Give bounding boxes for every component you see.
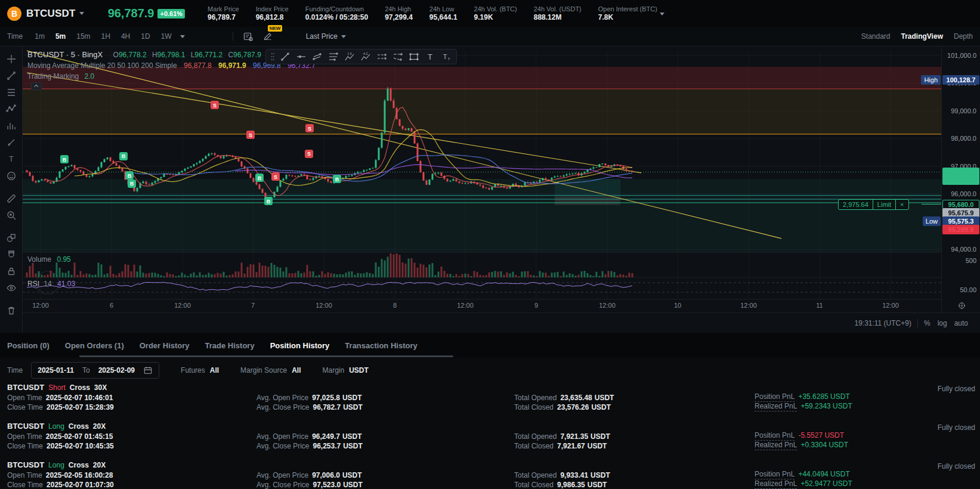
- stat-label: Open Interest (BTC): [598, 5, 657, 13]
- symbol-dropdown-caret-icon[interactable]: [79, 12, 84, 15]
- multi-line-tool-icon[interactable]: [325, 50, 341, 63]
- emoji-icon[interactable]: [4, 168, 19, 184]
- interval-button[interactable]: 1D: [137, 30, 153, 42]
- view-switch-item[interactable]: Standard: [861, 32, 891, 41]
- shapes-icon[interactable]: [4, 230, 19, 246]
- horizontal-ray-tool-icon[interactable]: [293, 50, 309, 63]
- svg-text:S: S: [308, 126, 311, 132]
- lock-icon[interactable]: [4, 264, 19, 279]
- toolbar-drag-handle[interactable]: [268, 52, 277, 61]
- elliott-impulse-tool-icon[interactable]: 1 5: [341, 50, 357, 63]
- stat-label: 24h Vol. (USDT): [534, 5, 582, 13]
- text-tool-icon[interactable]: T: [422, 50, 438, 63]
- date-from[interactable]: 2025-01-11: [38, 366, 74, 375]
- interval-button[interactable]: 1H: [98, 30, 114, 42]
- chart-canvas[interactable]: BBBBSSSSSBBB BTCUSDT · 5 · BingX O96,778…: [23, 47, 941, 312]
- stats-more-caret-icon[interactable]: [660, 13, 664, 16]
- view-switch-item[interactable]: TradingView: [901, 32, 943, 41]
- interval-button[interactable]: 4H: [118, 30, 134, 42]
- bottom-tab[interactable]: Order History: [140, 341, 190, 350]
- price-mode-select[interactable]: Last Price: [306, 32, 346, 41]
- avg-open-price-label: Avg. Open Price: [256, 432, 308, 441]
- currency-unit: USDT: [342, 394, 362, 402]
- time-axis[interactable]: 12:00612:00712:00812:00912:001012:001112…: [23, 299, 941, 312]
- realized-pnl-value: +52.9477 USDT: [800, 479, 852, 488]
- legend-collapse-button[interactable]: [31, 82, 42, 90]
- price-chart[interactable]: BBBBSSSSSBBB: [23, 47, 941, 312]
- date-to[interactable]: 2025-02-09: [98, 366, 135, 375]
- trend-line-tool-icon[interactable]: [277, 50, 293, 63]
- dashed-trend-tool-icon[interactable]: [373, 50, 389, 63]
- auto-scale-button[interactable]: auto: [954, 319, 968, 327]
- log-scale-button[interactable]: log: [938, 319, 947, 327]
- margin-filter[interactable]: Margin USDT: [322, 366, 368, 375]
- interval-button[interactable]: 1W: [157, 30, 175, 42]
- bottom-tab[interactable]: Position History: [270, 341, 330, 350]
- measure-ruler-icon[interactable]: [4, 191, 19, 206]
- currency-unit: USDT: [342, 432, 362, 441]
- svg-text:T: T: [9, 155, 14, 163]
- price-badge: 96,770.4: [942, 175, 979, 185]
- trend-line-icon[interactable]: [4, 68, 19, 83]
- parallel-channel-tool-icon[interactable]: [309, 50, 325, 63]
- time-axis-label: 10: [674, 302, 681, 309]
- bottom-tab[interactable]: Open Orders (1): [65, 341, 124, 350]
- eye-icon[interactable]: [4, 280, 19, 296]
- total-closed-value: 23,576.26: [557, 403, 589, 411]
- avg-open-price-label: Avg. Open Price: [256, 394, 308, 402]
- svg-text:1 5: 1 5: [347, 52, 351, 55]
- fib-retracement-icon[interactable]: [4, 85, 19, 100]
- interval-button[interactable]: 15m: [73, 30, 94, 42]
- view-switch-item[interactable]: Depth: [954, 32, 973, 41]
- svg-text:B: B: [128, 173, 132, 179]
- price-axis[interactable]: 500 50.00 101,000.0100,000.099,000.098,0…: [941, 47, 980, 312]
- axis-settings-gear-icon[interactable]: [957, 301, 966, 311]
- indicator-settings-icon[interactable]: [243, 30, 255, 42]
- volume-label: Volume: [27, 255, 51, 264]
- date-range-picker[interactable]: 2025-01-11 To 2025-02-09: [31, 362, 159, 379]
- trade-marker: B: [125, 171, 134, 179]
- currency-unit: USDT: [591, 403, 611, 411]
- currency-unit: USDT: [343, 442, 363, 450]
- interval-button[interactable]: 1m: [31, 30, 48, 42]
- symbol-name[interactable]: BTCUSDT: [26, 8, 76, 20]
- intervals-more-caret-icon[interactable]: [180, 35, 185, 38]
- text-tool-icon[interactable]: T: [4, 151, 19, 167]
- bottom-tab[interactable]: Position (0): [7, 341, 50, 350]
- anchored-text-tool-icon[interactable]: TT: [438, 50, 454, 63]
- margin-filter-label: Margin: [322, 366, 344, 375]
- legend-title: BTCUSDT · 5 · BingX: [27, 50, 103, 59]
- bottom-tab[interactable]: Transaction History: [345, 341, 417, 350]
- zoom-in-icon[interactable]: [4, 208, 19, 223]
- xabcd-pattern-icon[interactable]: [4, 101, 19, 117]
- futures-filter[interactable]: Futures All: [181, 366, 219, 375]
- brush-icon[interactable]: [4, 135, 19, 150]
- bottom-tab[interactable]: Trade History: [205, 341, 255, 350]
- percent-scale-button[interactable]: %: [924, 319, 930, 327]
- draw-pencil-icon[interactable]: NEW: [262, 30, 274, 42]
- rsi-legend: RSI 14 41.03: [27, 280, 75, 288]
- time-axis-label: 11: [816, 302, 823, 309]
- order-cancel-button[interactable]: ×: [896, 200, 908, 209]
- order-type[interactable]: Limit: [873, 200, 895, 209]
- history-filters: Time 2025-01-11 To 2025-02-09 Futures Al…: [0, 358, 980, 383]
- chart-clock[interactable]: 19:31:11 (UTC+9): [854, 319, 911, 327]
- magnet-icon[interactable]: [4, 247, 19, 262]
- currency-unit: USDT: [343, 403, 363, 411]
- rectangle-tool-icon[interactable]: [406, 50, 422, 63]
- dashed-ray-tool-icon[interactable]: [389, 50, 406, 63]
- margin-source-filter[interactable]: Margin Source All: [240, 366, 301, 375]
- calendar-icon[interactable]: [143, 366, 153, 375]
- forecast-bars-icon[interactable]: [4, 118, 19, 134]
- crosshair-cursor-icon[interactable]: [4, 51, 19, 67]
- total-closed-value: 7,921.67: [557, 442, 585, 450]
- interval-button[interactable]: 5m: [52, 30, 69, 42]
- abcd-pattern-tool-icon[interactable]: A C: [357, 50, 373, 63]
- trade-marker: B: [119, 152, 128, 160]
- close-time-value: 2025-02-07 15:28:39: [47, 403, 114, 411]
- header-stats: Mark Price 96,789.7 Index Price 96,812.8…: [208, 5, 657, 22]
- time-axis-label: 8: [393, 302, 397, 309]
- tabs-horizontal-scrollbar[interactable]: [79, 355, 453, 357]
- open-order-tag: 2,975.64 Limit ×: [838, 199, 909, 210]
- trash-icon[interactable]: [4, 303, 19, 318]
